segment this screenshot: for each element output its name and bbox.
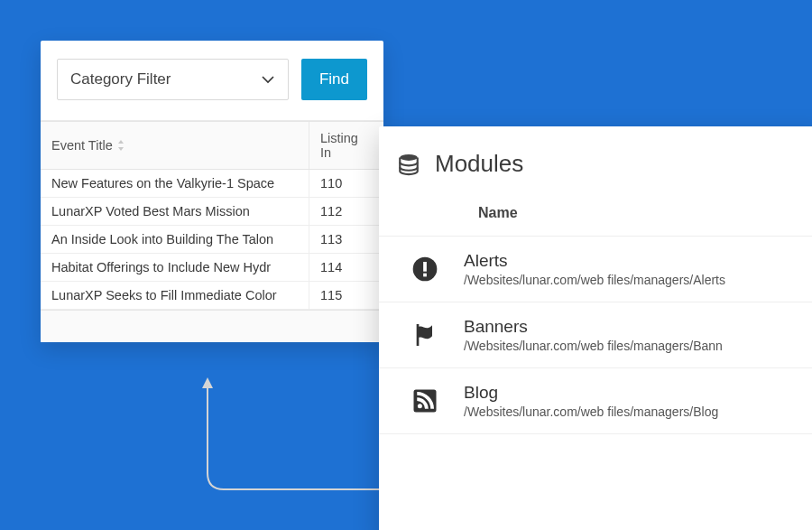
- col-event-title-label: Event Title: [51, 138, 113, 153]
- rss-icon: [408, 384, 442, 418]
- svg-point-5: [418, 404, 422, 408]
- category-filter-label: Category Filter: [70, 70, 171, 88]
- svg-point-0: [400, 153, 418, 160]
- module-name: Blog: [464, 383, 718, 403]
- flag-icon: [408, 318, 442, 352]
- alert-icon: [408, 252, 442, 286]
- cell-listing: 113: [309, 226, 383, 253]
- col-listing-in-label: Listing In: [320, 131, 373, 160]
- module-text: Banners /Websites/lunar.com/web files/ma…: [464, 317, 723, 353]
- col-event-title[interactable]: Event Title: [41, 122, 309, 169]
- table-row[interactable]: An Inside Look into Building The Talon 1…: [41, 226, 383, 254]
- table-row[interactable]: LunarXP Voted Best Mars Mission 112: [41, 198, 383, 226]
- table-row[interactable]: Habitat Offerings to Include New Hydr 11…: [41, 254, 383, 282]
- module-text: Alerts /Websites/lunar.com/web files/man…: [464, 251, 725, 287]
- module-text: Blog /Websites/lunar.com/web files/manag…: [464, 383, 718, 419]
- modules-title: Modules: [435, 150, 523, 178]
- table-row[interactable]: LunarXP Seeks to Fill Immediate Color 11…: [41, 282, 383, 310]
- table-footer: [41, 310, 383, 342]
- chevron-down-icon: [261, 72, 275, 87]
- module-path: /Websites/lunar.com/web files/managers/B…: [464, 339, 723, 353]
- cell-listing: 112: [309, 198, 383, 225]
- cell-listing: 114: [309, 254, 383, 281]
- table-header: Event Title Listing In: [41, 121, 383, 170]
- cell-title: New Features on the Valkyrie-1 Space: [41, 170, 309, 197]
- module-name: Banners: [464, 317, 723, 337]
- modules-header: Modules: [379, 126, 812, 205]
- cell-title: LunarXP Seeks to Fill Immediate Color: [41, 282, 309, 309]
- filter-toolbar: Category Filter Find: [41, 41, 383, 121]
- module-row-alerts[interactable]: Alerts /Websites/lunar.com/web files/man…: [379, 237, 812, 302]
- modules-column-name: Name: [379, 205, 812, 237]
- table-body: New Features on the Valkyrie-1 Space 110…: [41, 170, 383, 310]
- module-name: Alerts: [464, 251, 725, 271]
- module-row-blog[interactable]: Blog /Websites/lunar.com/web files/manag…: [379, 368, 812, 434]
- modules-panel: Modules Name Alerts /Websites/lunar.com/…: [379, 126, 812, 530]
- svg-rect-3: [423, 274, 427, 277]
- cell-listing: 110: [309, 170, 383, 197]
- cell-title: LunarXP Voted Best Mars Mission: [41, 198, 309, 225]
- database-icon: [397, 153, 420, 176]
- module-row-banners[interactable]: Banners /Websites/lunar.com/web files/ma…: [379, 302, 812, 368]
- cell-title: An Inside Look into Building The Talon: [41, 226, 309, 253]
- cell-title: Habitat Offerings to Include New Hydr: [41, 254, 309, 281]
- col-listing-in[interactable]: Listing In: [309, 122, 383, 169]
- table-row[interactable]: New Features on the Valkyrie-1 Space 110: [41, 170, 383, 198]
- sort-icon: [116, 140, 125, 151]
- module-path: /Websites/lunar.com/web files/managers/B…: [464, 404, 718, 419]
- module-path: /Websites/lunar.com/web files/managers/A…: [464, 273, 725, 287]
- category-filter-select[interactable]: Category Filter: [57, 59, 289, 100]
- find-button[interactable]: Find: [301, 59, 367, 100]
- svg-rect-2: [423, 262, 427, 272]
- events-table: Event Title Listing In New Features on t…: [41, 121, 383, 342]
- events-filter-panel: Category Filter Find Event Title Listing…: [41, 41, 383, 342]
- cell-listing: 115: [309, 282, 383, 309]
